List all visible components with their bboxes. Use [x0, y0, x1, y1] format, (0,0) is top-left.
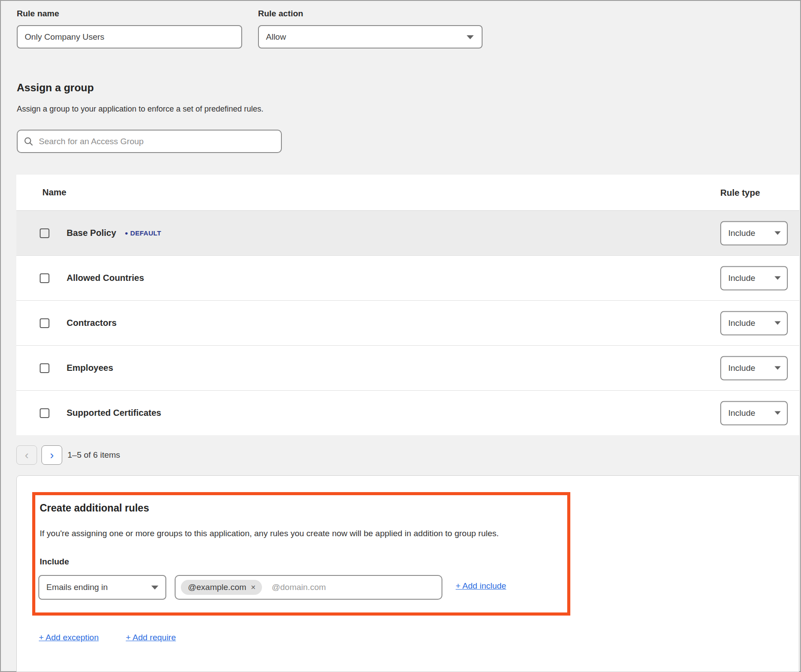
group-name: Allowed Countries [67, 273, 144, 283]
rule-type-value: Include [728, 363, 755, 373]
group-name: Base Policy [67, 228, 116, 238]
table-header: Name Rule type [16, 175, 799, 210]
table-row: Supported Certificates Include [16, 390, 799, 435]
badge-dot: • [125, 229, 128, 237]
chevron-down-icon [775, 366, 781, 370]
rule-type-select[interactable]: Include [720, 266, 788, 290]
email-domains-input[interactable]: @example.com ✕ [175, 575, 442, 600]
include-label: Include [40, 557, 69, 567]
rule-type-select[interactable]: Include [720, 401, 788, 425]
chevron-down-icon [775, 231, 781, 235]
rule-name-label: Rule name [17, 9, 59, 19]
rule-type-select[interactable]: Include [720, 311, 788, 335]
chevron-down-icon [151, 586, 158, 590]
chevron-down-icon [775, 276, 781, 280]
rule-action-select[interactable]: Allow [258, 25, 483, 49]
table-row: Contractors Include [16, 300, 799, 345]
chevron-right-icon: › [50, 449, 54, 461]
row-checkbox[interactable] [40, 408, 49, 418]
table-row: Employees Include [16, 345, 799, 390]
rule-name-input[interactable] [17, 25, 242, 49]
pagination: ‹ › 1–5 of 6 items [16, 445, 120, 465]
add-require-link[interactable]: + Add require [126, 633, 176, 642]
group-name: Contractors [67, 318, 116, 328]
create-additional-rules-title: Create additional rules [40, 502, 149, 514]
rule-type-select[interactable]: Include [720, 356, 788, 380]
chevron-down-icon [467, 35, 474, 39]
default-badge: • DEFAULT [125, 229, 161, 237]
add-include-link[interactable]: + Add include [456, 581, 506, 591]
column-header-name: Name [16, 187, 66, 198]
rule-action-label: Rule action [258, 9, 303, 19]
row-checkbox[interactable] [40, 228, 49, 238]
rule-type-value: Include [728, 408, 755, 418]
additional-rules-card: Create additional rules If you're assign… [16, 475, 799, 672]
group-name: Supported Certificates [67, 408, 161, 418]
chevron-down-icon [775, 411, 781, 415]
include-rule-row: Emails ending in @example.com ✕ + Add in… [35, 575, 567, 600]
page-frame: Rule name Rule action Allow Assign a gro… [0, 0, 801, 672]
column-header-rule-type: Rule type [720, 187, 760, 198]
search-input[interactable] [39, 137, 275, 146]
assign-group-title: Assign a group [17, 82, 94, 94]
assign-group-description: Assign a group to your application to en… [17, 105, 263, 114]
rule-links: + Add exception + Add require [39, 633, 176, 642]
group-name: Employees [67, 363, 113, 373]
row-checkbox[interactable] [40, 273, 49, 283]
email-chip-value: @example.com [188, 582, 246, 592]
chevron-down-icon [775, 321, 781, 325]
add-exception-link[interactable]: + Add exception [39, 633, 99, 642]
table-row: Base Policy • DEFAULT Include [16, 210, 799, 255]
chevron-left-icon: ‹ [25, 449, 29, 461]
access-group-search[interactable] [17, 130, 282, 153]
row-checkbox[interactable] [40, 318, 49, 328]
rule-type-select[interactable]: Include [720, 221, 788, 245]
criteria-value: Emails ending in [46, 582, 108, 592]
email-domain-field[interactable] [272, 582, 436, 592]
previous-page-button[interactable]: ‹ [16, 445, 37, 465]
rule-type-value: Include [728, 273, 755, 283]
access-groups-table: Name Rule type Base Policy • DEFAULT Inc… [16, 175, 799, 435]
criteria-select[interactable]: Emails ending in [38, 575, 166, 600]
create-additional-rules-description: If you're assigning one or more groups t… [40, 529, 560, 538]
row-checkbox[interactable] [40, 363, 49, 373]
badge-label: DEFAULT [130, 229, 161, 237]
create-additional-rules-highlight: Create additional rules If you're assign… [32, 492, 570, 616]
search-icon [24, 137, 34, 146]
pagination-status: 1–5 of 6 items [67, 450, 120, 460]
rule-action-value: Allow [266, 32, 286, 42]
rule-type-value: Include [728, 228, 755, 238]
table-row: Allowed Countries Include [16, 255, 799, 300]
rule-type-value: Include [728, 318, 755, 328]
email-chip: @example.com ✕ [181, 580, 262, 595]
remove-chip-icon[interactable]: ✕ [251, 584, 256, 591]
next-page-button[interactable]: › [41, 445, 62, 465]
